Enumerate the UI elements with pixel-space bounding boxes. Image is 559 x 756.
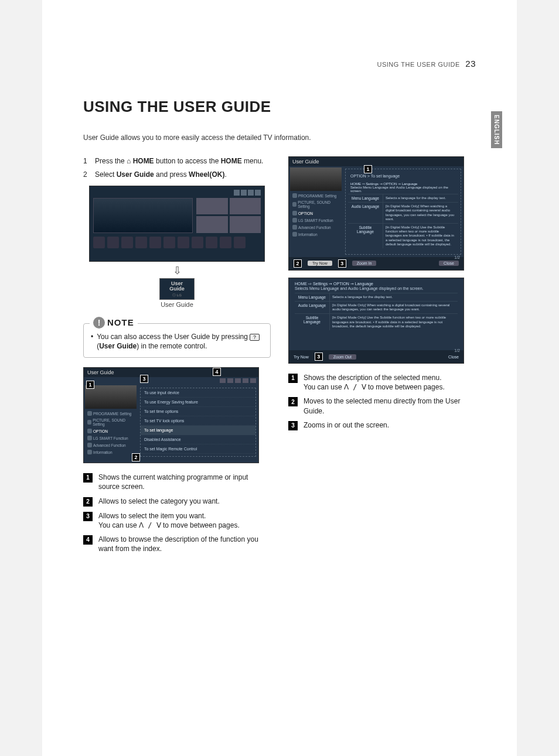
current-programme-thumb: [290, 167, 342, 191]
note-box: ! NOTE You can also access the User Guid…: [83, 323, 271, 358]
callout-badge: 3: [83, 512, 93, 521]
callout-badge: 1: [83, 473, 93, 483]
page-count: 1/2: [454, 255, 460, 259]
callout-badge: 3: [288, 421, 298, 430]
callout-text: Moves to the selected menu directly from…: [304, 396, 476, 415]
header-section: USING THE USER GUIDE: [377, 61, 460, 68]
right-callouts: 1 Shows the description of the selected …: [288, 373, 476, 430]
step-text: Press the ⌂ HOME button to access the HO…: [95, 156, 271, 166]
callout-badge: 4: [83, 535, 93, 545]
try-now-button[interactable]: Try Now: [294, 355, 309, 359]
callout-badge: 3: [338, 259, 346, 268]
callout-text: Zooms in or out the screen.: [304, 420, 389, 430]
panel-description: OPTION > To set language HOME ⇨ Settings…: [345, 169, 461, 255]
home-icon: ⌂: [127, 157, 131, 165]
callout-badge: 2: [294, 259, 302, 268]
panel-footer: 2 Try Now 3 Zoom In Close: [289, 257, 463, 270]
user-guide-zoom-panel: HOME ⇨ Settings ➙ OPTION ➙ Language Sele…: [288, 278, 464, 364]
up-down-icon: ꓥ / ꓦ: [139, 521, 161, 529]
document-page: ENGLISH USING THE USER GUIDE 23 USING TH…: [42, 0, 517, 756]
user-guide-app-icon: User Guide ⓘ LG: [159, 278, 195, 300]
running-header: USING THE USER GUIDE 23: [83, 59, 476, 69]
arrow-down-icon: ⇩: [83, 264, 271, 277]
panel-title: User Guide: [84, 368, 258, 377]
callout-text: Allows to select the category you want.: [98, 497, 220, 507]
callout-badge: 1: [288, 374, 298, 383]
tv-home-screenshot: [89, 186, 265, 262]
step-text: Select User Guide and press Wheel(OK).: [95, 170, 271, 180]
callout-badge: 4: [213, 368, 221, 376]
callout-text: Allows to select the item you want. You …: [98, 511, 240, 530]
close-button[interactable]: Close: [448, 355, 459, 359]
callout-badge: 3: [140, 375, 148, 383]
current-programme-thumb: [85, 385, 137, 409]
callout-badge: 2: [83, 497, 93, 507]
step-list: 1 Press the ⌂ HOME button to access the …: [83, 156, 271, 180]
zoom-button[interactable]: Zoom Out: [329, 354, 356, 360]
user-guide-caption: User Guide: [83, 301, 271, 308]
guide-remote-icon: ？: [250, 334, 260, 341]
user-guide-detail-panel: 1 User Guide PROGRAMME Setting PICTURE, …: [288, 156, 464, 271]
note-item: You can also access the User Guide by pr…: [91, 332, 263, 352]
page-number: 23: [465, 59, 476, 69]
panel-sidebar: PROGRAMME Setting PICTURE, SOUND Setting…: [289, 166, 343, 257]
callout-badge: 1: [86, 381, 94, 389]
breadcrumb: OPTION > To set language: [348, 173, 458, 182]
intro-text: User Guide allows you to more easily acc…: [83, 134, 476, 142]
left-callouts: 1Shows the current watching programme or…: [83, 473, 271, 553]
right-column: 1 User Guide PROGRAMME Setting PICTURE, …: [288, 156, 476, 558]
page-count: 1/2: [454, 348, 460, 353]
callout-text: Shows the description of the selected me…: [304, 373, 445, 392]
note-label: NOTE: [107, 317, 134, 327]
callout-badge: 2: [288, 397, 298, 406]
callout-badge: 2: [132, 453, 140, 461]
up-down-icon: ꓥ / ꓦ: [344, 383, 366, 391]
callout-badge: 1: [364, 165, 372, 173]
callout-text: Allows to browse the description of the …: [98, 535, 271, 553]
live-tv-thumbnail: [93, 198, 193, 233]
panel-title: User Guide: [289, 157, 463, 166]
try-now-button[interactable]: Try Now: [308, 261, 332, 266]
panel-sidebar: PROGRAMME Setting PICTURE, SOUND Setting…: [84, 384, 138, 463]
panel-item-list: To use input device To use Energy Saving…: [138, 384, 258, 463]
close-button[interactable]: Close: [439, 261, 459, 266]
left-column: 1 Press the ⌂ HOME button to access the …: [83, 156, 271, 558]
language-tab: ENGLISH: [491, 111, 502, 148]
callout-text: Shows the current watching programme or …: [98, 473, 271, 491]
step-number: 1: [83, 156, 95, 166]
page-title: USING THE USER GUIDE: [83, 98, 476, 116]
user-guide-panel: 1 2 3 4 User Guide PROGRAMME Setting PIC…: [83, 367, 259, 463]
callout-badge: 3: [315, 353, 323, 361]
zoom-button[interactable]: Zoom In: [352, 261, 377, 266]
step-number: 2: [83, 170, 95, 180]
note-icon: !: [93, 317, 105, 329]
panel-footer: Try Now 3 Zoom Out Close: [289, 350, 463, 363]
